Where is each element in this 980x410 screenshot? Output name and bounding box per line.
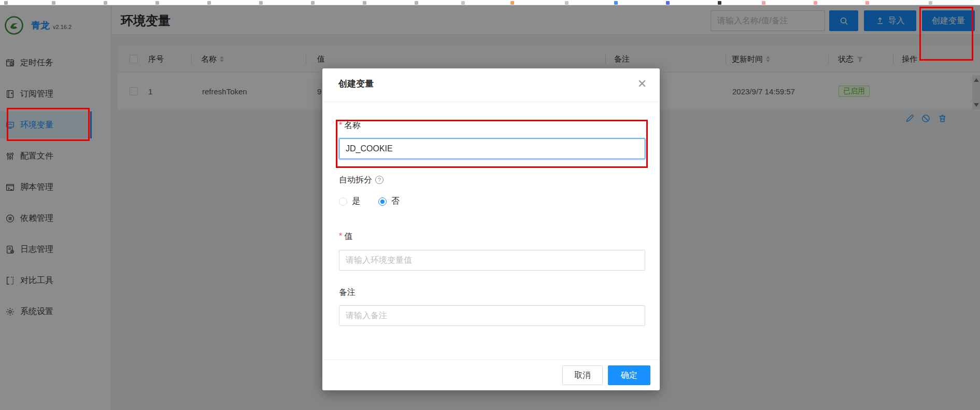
remark-field-label: 备注 xyxy=(339,287,356,298)
value-input[interactable] xyxy=(339,250,645,271)
ok-button[interactable]: 确定 xyxy=(608,365,650,385)
bookmark-favicon[interactable] xyxy=(52,1,55,5)
required-asterisk: * xyxy=(339,121,342,130)
bookmark-favicon[interactable] xyxy=(814,1,817,5)
bookmark-favicon[interactable] xyxy=(762,1,765,5)
name-field-label: *名称 xyxy=(339,120,361,131)
bookmark-favicon[interactable] xyxy=(104,1,107,5)
bookmark-favicon[interactable] xyxy=(207,1,211,5)
app-window: 青龙 v2.16.2 定时任务 订阅管理 xyxy=(0,5,980,410)
question-circle-icon[interactable]: ? xyxy=(375,176,384,184)
name-input[interactable] xyxy=(339,138,645,159)
bookmark-favicon[interactable] xyxy=(415,1,418,5)
remark-input[interactable] xyxy=(339,305,645,326)
bookmark-favicon[interactable] xyxy=(311,1,315,5)
radio-no[interactable] xyxy=(378,197,387,206)
radio-no-label[interactable]: 否 xyxy=(391,196,400,207)
bookmark-favicon[interactable] xyxy=(865,1,869,5)
modal-title: 创建变量 xyxy=(338,78,374,90)
modal-header-divider xyxy=(322,102,660,102)
radio-yes-label[interactable]: 是 xyxy=(352,196,360,207)
autosplit-radio-group: 是 否 xyxy=(339,196,418,207)
bookmarks-bar xyxy=(0,0,980,5)
bookmark-favicon[interactable] xyxy=(565,1,569,5)
bookmark-favicon[interactable] xyxy=(4,1,8,5)
autosplit-label: 自动拆分? xyxy=(339,175,384,186)
bookmark-favicon[interactable] xyxy=(614,1,618,5)
bookmark-favicon[interactable] xyxy=(510,1,514,5)
cancel-button[interactable]: 取消 xyxy=(562,365,603,385)
bookmark-favicon[interactable] xyxy=(461,1,465,5)
bookmark-favicon[interactable] xyxy=(259,1,263,5)
value-field-label: *值 xyxy=(339,231,352,242)
create-variable-modal: 创建变量 ✕ *名称 自动拆分? 是 否 *值 备注 xyxy=(322,68,660,390)
bookmark-favicon[interactable] xyxy=(718,1,721,5)
screenshot-root: 青龙 v2.16.2 定时任务 订阅管理 xyxy=(0,0,980,410)
bookmark-favicon[interactable] xyxy=(363,1,366,5)
modal-footer-divider xyxy=(322,359,660,360)
close-icon[interactable]: ✕ xyxy=(632,74,652,94)
radio-yes[interactable] xyxy=(339,197,347,206)
required-asterisk: * xyxy=(339,232,342,241)
bookmark-favicon[interactable] xyxy=(155,1,159,5)
bookmark-favicon[interactable] xyxy=(929,1,932,5)
bookmark-favicon[interactable] xyxy=(666,1,670,5)
